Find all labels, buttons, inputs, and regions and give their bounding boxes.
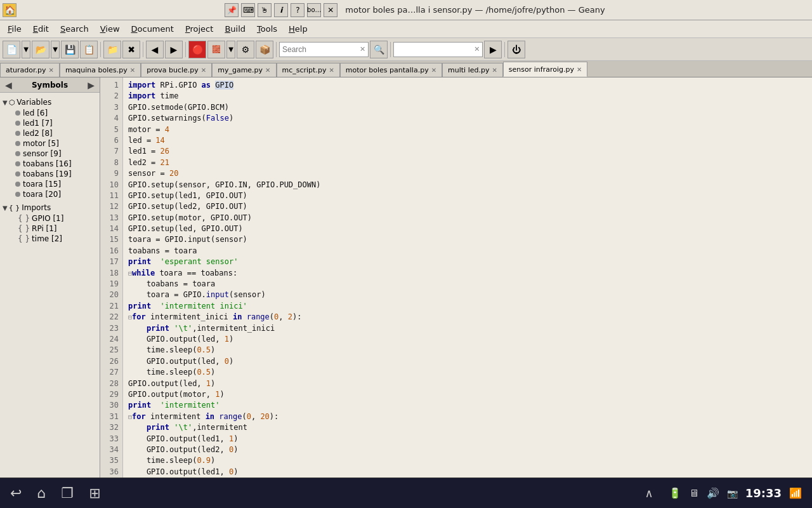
code-content[interactable]: import RPi.GPIO as GPIO import time GPIO… (123, 77, 812, 478)
tab-close-maquina[interactable]: ✕ (130, 67, 135, 74)
tab-close-aturador[interactable]: ✕ (49, 67, 54, 74)
windows-nav-icon[interactable]: ❐ (61, 485, 74, 501)
tab-close-multiled[interactable]: ✕ (492, 67, 497, 74)
compile-button[interactable]: 🔴 (188, 41, 206, 58)
var-toabans1[interactable]: toabans [16] (0, 159, 100, 169)
replace-box[interactable]: ✕ (393, 42, 483, 57)
close-icon[interactable]: ✕ (324, 3, 337, 17)
menu-build[interactable]: Build (219, 22, 251, 36)
tree-header-imports[interactable]: ▼ { } Imports (0, 202, 100, 213)
sidebar-prev-arrow[interactable]: ◀ (3, 80, 15, 90)
var-toara2-label: toara [20] (23, 190, 61, 199)
search-settings-icon[interactable]: 🔍 (370, 41, 388, 58)
run-button[interactable]: ⚙ (237, 41, 254, 58)
menu-view[interactable]: View (95, 22, 125, 36)
new-button[interactable]: 📄 (3, 41, 20, 58)
open-file-button[interactable]: 📁 (103, 41, 121, 58)
tree-header-variables[interactable]: ▼ ⬡ Variables (0, 97, 100, 108)
tab-mc-script[interactable]: mc_script.py ✕ (277, 63, 340, 77)
build-button[interactable]: 🧱 (207, 41, 225, 58)
var-toara1[interactable]: toara [15] (0, 179, 100, 189)
sidebar-header: ◀ Symbols ▶ (0, 77, 100, 93)
var-led1[interactable]: led1 [7] (0, 118, 100, 128)
brace-icon: { } (18, 214, 30, 223)
dot-icon (15, 151, 20, 156)
replace-go-icon[interactable]: ▶ (484, 41, 502, 58)
var-led1-label: led1 [7] (23, 119, 53, 128)
motor-box-icon[interactable]: bo… (307, 3, 321, 17)
search-box[interactable]: ✕ (279, 42, 369, 57)
menu-document[interactable]: Document (126, 22, 179, 36)
tab-prova-bucle[interactable]: prova bucle.py ✕ (141, 63, 212, 77)
replace-clear-icon[interactable]: ✕ (474, 45, 480, 53)
tab-aturador[interactable]: aturador.py ✕ (0, 63, 60, 77)
import-time[interactable]: { } time [2] (0, 234, 100, 244)
sidebar-next-arrow[interactable]: ▶ (85, 80, 97, 90)
replace-input[interactable] (396, 45, 473, 54)
back-button[interactable]: ◀ (146, 41, 164, 58)
menu-file[interactable]: File (3, 22, 27, 36)
var-led2[interactable]: led2 [8] (0, 128, 100, 138)
volume-icon[interactable]: 🔊 (707, 487, 719, 499)
tree-section-imports: ▼ { } Imports { } GPIO [1] { } RPi [1] {… (0, 201, 100, 245)
help-icon[interactable]: ? (291, 3, 304, 17)
new-dropdown[interactable]: ▼ (22, 41, 30, 58)
forward-button[interactable]: ▶ (165, 41, 183, 58)
close-button[interactable]: ✖ (122, 41, 140, 58)
tab-sensor-infraroig[interactable]: sensor infraroig.py ✕ (503, 62, 588, 77)
import-gpio[interactable]: { } GPIO [1] (0, 213, 100, 224)
sidebar-title: Symbols (15, 81, 85, 90)
var-toabans2[interactable]: toabans [19] (0, 169, 100, 179)
var-toara2[interactable]: toara [20] (0, 189, 100, 199)
toolbar-sep5 (390, 42, 391, 57)
save-as-button[interactable]: 📋 (80, 41, 98, 58)
menu-project[interactable]: Project (180, 22, 219, 36)
mouse-icon[interactable]: 🖱 (258, 3, 272, 17)
grid-nav-icon[interactable]: ⊞ (89, 485, 100, 501)
import-rpi[interactable]: { } RPi [1] (0, 224, 100, 234)
var-sensor[interactable]: sensor [9] (0, 149, 100, 159)
editor: 123 456 789 101112 131415 161718 192021 … (100, 77, 812, 478)
tab-motor-boles[interactable]: motor boles pantalla.py ✕ (340, 63, 442, 77)
var-led[interactable]: led [6] (0, 108, 100, 118)
variable-icon: ⬡ (9, 98, 15, 107)
tab-close-mcscript[interactable]: ✕ (329, 67, 334, 74)
tab-my-game[interactable]: my_game.py ✕ (212, 63, 276, 77)
run-all-button[interactable]: 📦 (256, 41, 273, 58)
tab-maquina-boles[interactable]: maquina boles.py ✕ (60, 63, 141, 77)
tab-close-motor[interactable]: ✕ (431, 67, 436, 74)
imports-icon: { } (9, 204, 20, 212)
var-motor[interactable]: motor [5] (0, 138, 100, 149)
dot-icon (15, 161, 20, 166)
brace-icon: { } (18, 234, 30, 243)
home-nav-icon[interactable]: ⌂ (37, 485, 46, 501)
toolbar-sep6 (504, 42, 505, 57)
titlebar: 🏠 📌 ⌨ 🖱 i ? bo… ✕ motor boles pa…lla i s… (0, 0, 812, 20)
open-button[interactable]: 📂 (32, 41, 49, 58)
menu-search[interactable]: Search (55, 22, 94, 36)
tab-close-sensor[interactable]: ✕ (577, 66, 582, 73)
expand-arrow-imports: ▼ (3, 204, 8, 211)
dot-icon (15, 110, 20, 116)
var-motor-label: motor [5] (23, 139, 59, 148)
toolbar-sep3 (185, 42, 186, 57)
search-input[interactable] (282, 45, 358, 54)
tree-section-variables: ▼ ⬡ Variables led [6] led1 [7] led2 [8] (0, 95, 100, 201)
tab-close-mygame[interactable]: ✕ (265, 67, 270, 74)
menu-help[interactable]: Help (284, 22, 313, 36)
open-dropdown[interactable]: ▼ (51, 41, 60, 58)
tab-close-prova[interactable]: ✕ (201, 67, 206, 74)
code-area[interactable]: 123 456 789 101112 131415 161718 192021 … (100, 77, 812, 478)
tab-multi-led[interactable]: multi led.py ✕ (442, 63, 503, 77)
menu-tools[interactable]: Tools (252, 22, 282, 36)
build-dropdown[interactable]: ▼ (226, 41, 235, 58)
info-icon[interactable]: i (274, 3, 288, 17)
up-arrow-icon[interactable]: ∧ (645, 486, 653, 500)
power-button[interactable]: ⏻ (508, 41, 525, 58)
pin-icon[interactable]: 📌 (225, 3, 239, 17)
back-nav-icon[interactable]: ↩ (10, 485, 22, 501)
keyboard-icon[interactable]: ⌨ (241, 3, 255, 17)
menu-edit[interactable]: Edit (28, 22, 54, 36)
search-clear-icon[interactable]: ✕ (360, 45, 365, 53)
save-button[interactable]: 💾 (61, 41, 79, 58)
